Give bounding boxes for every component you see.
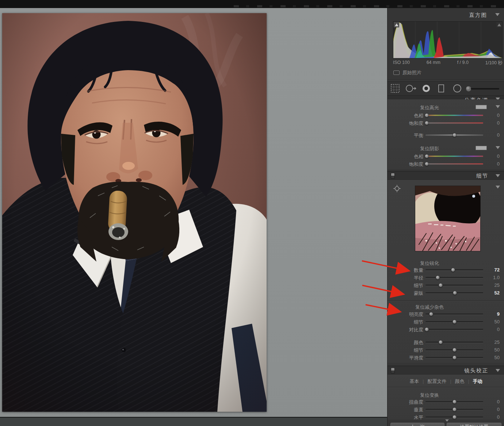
reset-noise-reduction-button[interactable]: 复位减少杂色: [387, 304, 471, 311]
slider-value[interactable]: 0: [483, 153, 500, 159]
histogram-panel-header[interactable]: 直方图: [387, 11, 504, 19]
slider-knob[interactable]: [425, 162, 429, 166]
slider-value[interactable]: 0: [483, 120, 500, 126]
tab-color[interactable]: 颜色: [455, 378, 465, 385]
panel-toggle-switch[interactable]: [391, 368, 395, 373]
slider-knob[interactable]: [429, 312, 433, 316]
slider-track-area[interactable]: [425, 281, 483, 289]
slider-value[interactable]: 0: [483, 161, 500, 167]
slider-label: 细节: [387, 319, 423, 326]
graduated-filter-tool-icon[interactable]: [434, 82, 449, 95]
slider-track-area[interactable]: [425, 413, 483, 419]
tab-profile[interactable]: 配置文件: [427, 378, 446, 385]
slider-track-area[interactable]: [425, 119, 483, 127]
spot-removal-tool-icon[interactable]: [403, 82, 418, 95]
chevron-down-icon: [496, 369, 500, 372]
slider-track-area[interactable]: [425, 406, 483, 413]
slider-knob[interactable]: [425, 113, 429, 117]
slider-value[interactable]: 0: [483, 407, 500, 412]
slider-track-area[interactable]: [425, 111, 483, 119]
slider-knob[interactable]: [439, 283, 443, 287]
slider-knob[interactable]: [439, 340, 443, 344]
slider-track-area[interactable]: [425, 266, 483, 274]
highlights-color-swatch[interactable]: [476, 105, 487, 109]
main-photo-portrait[interactable]: [2, 13, 267, 412]
slider-track-area[interactable]: [425, 274, 483, 281]
slider-track-area[interactable]: [425, 160, 483, 168]
slider-value[interactable]: 1.0: [483, 275, 500, 280]
panel-toggle-switch[interactable]: [391, 173, 395, 179]
slider-knob[interactable]: [453, 291, 457, 295]
shadows-color-swatch[interactable]: [476, 146, 487, 150]
radial-filter-tool-icon[interactable]: [450, 82, 465, 95]
slider-value[interactable]: 25: [483, 282, 500, 288]
chevron-down-icon[interactable]: [496, 186, 500, 189]
set-default-settings-button[interactable]: 设置默认设置: [447, 423, 501, 426]
slider-track-area[interactable]: [425, 338, 483, 346]
slider-knob[interactable]: [453, 133, 457, 137]
slider-label: 扭曲度: [387, 399, 423, 406]
slider-track-area[interactable]: [425, 398, 483, 406]
panel-scroll-indicator[interactable]: [445, 419, 449, 422]
slider-label: 明亮度: [387, 311, 423, 318]
slider-label: 平滑度: [387, 355, 423, 361]
original-photo-row[interactable]: 原始照片: [393, 69, 421, 76]
slider-knob[interactable]: [453, 355, 457, 360]
split-toning-panel-header-clipped[interactable]: 分离色调: [387, 96, 504, 99]
detail-panel-header[interactable]: 细节: [387, 171, 504, 180]
slider-value[interactable]: 50: [483, 347, 500, 353]
slider-knob[interactable]: [425, 121, 429, 125]
slider-knob[interactable]: [425, 327, 429, 331]
shadow-clipping-indicator[interactable]: [394, 22, 399, 27]
slider-knob[interactable]: [453, 320, 457, 324]
slider-value[interactable]: 9: [483, 311, 500, 317]
slider-track-area[interactable]: [425, 354, 483, 361]
slider-track-area[interactable]: [425, 152, 483, 160]
reset-highlights-button[interactable]: 复位高光: [387, 104, 471, 111]
slider-value[interactable]: 0: [483, 132, 500, 138]
slider-value[interactable]: 50: [483, 319, 500, 324]
chevron-down-icon[interactable]: [495, 13, 500, 16]
slider-label: 蒙版: [387, 290, 423, 297]
slider-track-area[interactable]: [425, 318, 483, 326]
slider-track-area[interactable]: [425, 289, 483, 297]
slider-value[interactable]: 0: [483, 414, 500, 419]
slider-track-area[interactable]: [425, 310, 483, 318]
slider-knob[interactable]: [453, 415, 457, 419]
slider-knob[interactable]: [425, 154, 429, 158]
slider-value[interactable]: 0: [483, 399, 500, 404]
nr-color-slider: 颜色 25: [387, 338, 504, 346]
tab-basic[interactable]: 基本: [409, 378, 419, 385]
slider-value[interactable]: 0: [483, 327, 500, 332]
chevron-down-icon[interactable]: [496, 105, 500, 108]
slider-knob[interactable]: [453, 348, 457, 352]
chevron-down-icon[interactable]: [496, 146, 500, 149]
slider-track-area[interactable]: [425, 326, 483, 333]
sharpen-preview-eye-closeup[interactable]: [415, 186, 481, 251]
slider-track-area[interactable]: [425, 346, 483, 354]
tab-manual[interactable]: 手动: [473, 378, 482, 385]
aperture-value: f / 9.0: [457, 60, 469, 66]
slider-value[interactable]: 0: [483, 113, 500, 118]
slider-value[interactable]: 52: [483, 290, 500, 296]
slider-knob[interactable]: [453, 400, 457, 404]
targeted-preview-icon[interactable]: [393, 185, 401, 194]
highlight-clipping-indicator[interactable]: [496, 22, 502, 27]
red-eye-tool-icon[interactable]: [419, 82, 434, 95]
adjustment-brush-tool-icon[interactable]: [465, 84, 504, 93]
histogram[interactable]: [393, 21, 503, 58]
crop-overlay-tool-icon[interactable]: [387, 82, 403, 95]
slider-value[interactable]: 25: [483, 339, 500, 345]
reset-shadows-button[interactable]: 复位阴影: [387, 145, 471, 152]
slider-value[interactable]: 72: [483, 267, 500, 273]
slider-track-area[interactable]: [425, 131, 483, 139]
slider-knob[interactable]: [436, 275, 440, 279]
previous-button[interactable]: 上一张: [390, 423, 444, 426]
lens-corrections-panel-header[interactable]: 镜头校正: [387, 366, 504, 374]
slider-knob[interactable]: [453, 407, 457, 411]
slider-knob[interactable]: [451, 268, 455, 272]
slider-label: 色相: [387, 113, 423, 119]
filmstrip-top-edge[interactable]: [0, 417, 387, 426]
slider-label: 细节: [387, 282, 423, 289]
slider-value[interactable]: 50: [483, 355, 500, 360]
